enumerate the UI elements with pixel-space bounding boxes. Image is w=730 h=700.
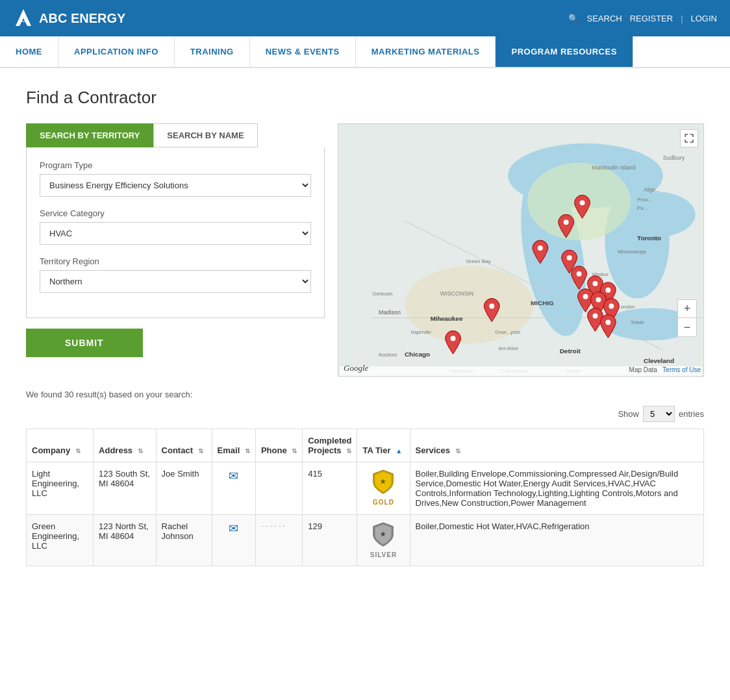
logo[interactable]: ABC ENERGY: [13, 8, 125, 29]
email-icon-2[interactable]: ✉: [229, 522, 238, 535]
sort-icon-address: ⇅: [138, 447, 143, 455]
col-address[interactable]: Address ⇅: [94, 429, 157, 462]
google-label: Google: [344, 363, 368, 373]
nav-training[interactable]: TRAINING: [175, 36, 250, 67]
svg-point-58: [609, 304, 614, 309]
nav-program-resources[interactable]: PROGRAM RESOURCES: [496, 36, 633, 67]
cell-tier-1: ★ GOLD: [357, 462, 410, 515]
map-container[interactable]: Madison Oshkosh Milwaukee Naperville Chi…: [338, 123, 704, 377]
col-ta-tier[interactable]: TA Tier ▲: [357, 429, 410, 462]
col-completed-projects[interactable]: CompletedProjects ⇅: [303, 429, 357, 462]
svg-text:Cleveland: Cleveland: [644, 357, 674, 364]
service-category-select[interactable]: HVAC: [40, 222, 311, 245]
submit-button[interactable]: SUBMIT: [26, 329, 143, 357]
map-fullscreen-button[interactable]: [680, 129, 698, 147]
svg-point-62: [605, 319, 610, 325]
svg-text:Naperville: Naperville: [411, 330, 431, 335]
nav-marketing-materials[interactable]: MARKETING MATERIALS: [356, 36, 496, 67]
program-type-label: Program Type: [40, 160, 311, 170]
nav-application-info[interactable]: APPLICATION INFO: [58, 36, 175, 67]
header: ABC ENERGY 🔍 SEARCH REGISTER | LOGIN: [0, 0, 730, 36]
map-zoom-controls: + −: [677, 299, 697, 337]
results-table: Company ⇅ Address ⇅ Contact ⇅ Email ⇅ Ph…: [26, 429, 704, 566]
svg-text:Gran...pids: Gran...pids: [495, 329, 520, 335]
search-link[interactable]: SEARCH: [586, 14, 622, 23]
nav-news-events[interactable]: NEWS & EVENTS: [250, 36, 356, 67]
svg-text:Ann Arbor: Ann Arbor: [498, 346, 519, 351]
svg-point-54: [583, 294, 588, 299]
cell-company-1: Light Engineering, LLC: [27, 462, 94, 515]
svg-point-64: [451, 336, 456, 341]
entries-per-page-select[interactable]: 5 10 25: [643, 406, 675, 422]
cell-contact-1: Joe Smith: [156, 462, 212, 515]
map-zoom-out-button[interactable]: −: [678, 318, 696, 336]
results-header: Show 5 10 25 entries: [26, 406, 704, 422]
map-data-label: Map Data: [629, 366, 657, 373]
sort-icon-email: ⇅: [245, 447, 250, 455]
google-logo: Google: [344, 363, 368, 373]
sort-icon-phone: ⇅: [292, 447, 297, 455]
results-count: We found 30 result(s) based on your sear…: [26, 390, 704, 399]
nav-home[interactable]: HOME: [0, 36, 58, 67]
table-header-row: Company ⇅ Address ⇅ Contact ⇅ Email ⇅ Ph…: [27, 429, 704, 462]
svg-text:Sudbury: Sudbury: [663, 155, 685, 161]
cell-email-1[interactable]: ✉: [212, 462, 255, 515]
territory-region-label: Territory Region: [40, 256, 311, 266]
main-nav: HOME APPLICATION INFO TRAINING NEWS & EV…: [0, 36, 730, 68]
svg-text:MICHIG: MICHIG: [531, 299, 554, 306]
cell-phone-1: [255, 462, 302, 515]
header-actions: 🔍 SEARCH REGISTER | LOGIN: [568, 14, 717, 23]
silver-shield-icon: ★: [371, 521, 395, 547]
cell-projects-2: 129: [303, 515, 357, 566]
cell-company-2: Green Engineering, LLC: [27, 515, 94, 566]
svg-point-40: [580, 200, 585, 205]
svg-text:Rockford: Rockford: [379, 353, 397, 357]
col-phone[interactable]: Phone ⇅: [255, 429, 302, 462]
svg-point-46: [567, 255, 572, 260]
silver-tier-label: SILVER: [370, 551, 397, 558]
col-contact[interactable]: Contact ⇅: [156, 429, 212, 462]
cell-email-2[interactable]: ✉: [212, 515, 255, 566]
svg-text:London: London: [618, 304, 635, 310]
svg-text:Manitoulin Island: Manitoulin Island: [592, 164, 635, 171]
cell-address-2: 123 North St, MI 48604: [94, 515, 157, 566]
svg-point-44: [538, 245, 543, 251]
svg-text:Chicago: Chicago: [405, 351, 430, 358]
svg-text:Toronto: Toronto: [637, 234, 661, 242]
program-type-select[interactable]: Business Energy Efficiency Solutions: [40, 174, 311, 197]
col-services[interactable]: Services ⇅: [410, 429, 703, 462]
search-icon: 🔍: [568, 14, 579, 23]
svg-marker-0: [16, 9, 31, 26]
tier-badge-silver: ★ SILVER: [362, 521, 404, 559]
entries-label: entries: [679, 409, 704, 419]
main-content: Find a Contractor SEARCH BY TERRITORY SE…: [0, 68, 730, 586]
map-zoom-in-button[interactable]: +: [678, 300, 696, 318]
territory-region-select[interactable]: Northern: [40, 270, 311, 293]
svg-point-50: [592, 281, 598, 286]
tab-search-by-territory[interactable]: SEARCH BY TERRITORY: [26, 123, 153, 147]
gold-tier-label: GOLD: [373, 499, 394, 506]
svg-text:Detroit: Detroit: [560, 347, 581, 355]
svg-point-42: [564, 219, 569, 225]
svg-text:Pa...: Pa...: [637, 205, 648, 211]
service-category-group: Service Category HVAC: [40, 208, 311, 245]
page-title: Find a Contractor: [26, 88, 704, 108]
cell-address-1: 123 South St, MI 48604: [94, 462, 157, 515]
tier-badge-gold: ★ GOLD: [362, 469, 404, 506]
show-label: Show: [618, 409, 639, 419]
svg-text:Toledo: Toledo: [631, 320, 644, 325]
map-terms-label[interactable]: Terms of Use: [662, 366, 701, 373]
login-link[interactable]: LOGIN: [691, 14, 717, 23]
header-divider: |: [681, 14, 683, 23]
svg-point-60: [592, 313, 598, 318]
svg-text:Algo...: Algo...: [644, 186, 660, 193]
tab-search-by-name[interactable]: SEARCH BY NAME: [153, 123, 257, 147]
sort-icon-tier: ▲: [396, 447, 402, 455]
svg-text:WISCONSIN: WISCONSIN: [440, 290, 474, 297]
register-link[interactable]: REGISTER: [630, 14, 673, 23]
svg-rect-1: [18, 21, 29, 22]
program-type-group: Program Type Business Energy Efficiency …: [40, 160, 311, 197]
email-icon-1[interactable]: ✉: [229, 469, 238, 482]
col-company[interactable]: Company ⇅: [27, 429, 94, 462]
col-email[interactable]: Email ⇅: [212, 429, 255, 462]
